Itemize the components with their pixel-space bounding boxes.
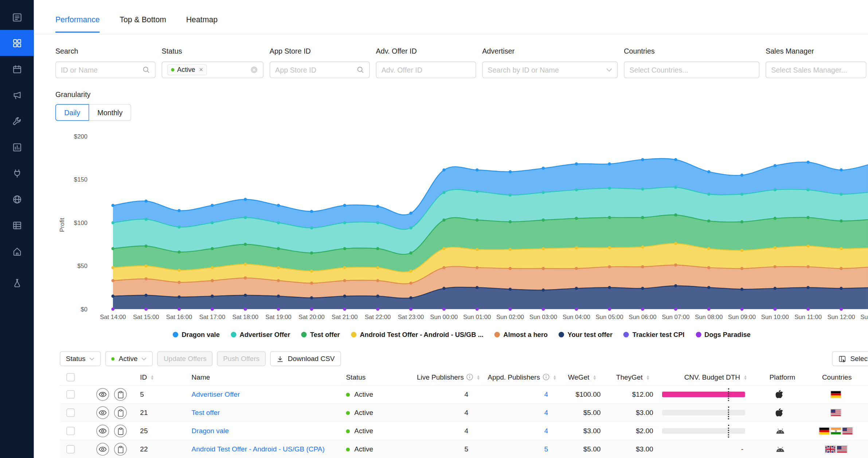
point-Test offer[interactable] [575, 217, 578, 220]
sort-icons[interactable]: ▲▼ [477, 374, 481, 380]
point-Your test offer[interactable] [144, 294, 148, 297]
offer-name-link[interactable]: Test offer [192, 409, 220, 416]
point-Almost a hero[interactable] [442, 266, 446, 269]
point-Your test offer[interactable] [177, 295, 181, 299]
point-Test offer[interactable] [707, 220, 711, 223]
point-Your test offer[interactable] [112, 295, 115, 298]
point-Dogs Paradise[interactable] [542, 307, 545, 311]
point-Almost a hero[interactable] [277, 279, 280, 282]
sidebar-item-tools[interactable] [0, 108, 34, 134]
preview-offer-button[interactable] [96, 388, 109, 401]
offer-name-link[interactable]: Advertiser Offer [192, 391, 240, 398]
point-Dragon vale[interactable] [509, 170, 512, 174]
point-Android Test Offer - Android - US/GB ...[interactable] [740, 249, 744, 252]
point-Almost a hero[interactable] [177, 281, 181, 284]
sidebar-item-home[interactable] [0, 238, 34, 264]
point-Advertiser Offer[interactable] [641, 187, 644, 191]
column-header[interactable]: Platform [770, 373, 795, 381]
point-Test offer[interactable] [740, 220, 744, 224]
point-Dogs Paradise[interactable] [177, 307, 181, 311]
copy-offer-button[interactable] [114, 388, 127, 401]
point-Dogs Paradise[interactable] [575, 307, 578, 311]
point-Dragon vale[interactable] [542, 167, 545, 170]
point-Dragon vale[interactable] [310, 210, 313, 213]
preview-offer-button[interactable] [96, 406, 109, 419]
row-checkbox[interactable] [66, 408, 75, 417]
point-Dragon vale[interactable] [277, 204, 280, 207]
point-Dragon vale[interactable] [707, 170, 711, 174]
point-Advertiser Offer[interactable] [608, 187, 611, 190]
point-Advertiser Offer[interactable] [740, 193, 744, 196]
point-Advertiser Offer[interactable] [707, 193, 711, 196]
point-Dragon vale[interactable] [112, 204, 115, 207]
point-Your test offer[interactable] [542, 288, 545, 292]
countries-input[interactable] [629, 66, 754, 74]
point-Android Test Offer - Android - US/GB ...[interactable] [674, 242, 677, 245]
point-Android Test Offer - Android - US/GB ...[interactable] [211, 266, 214, 269]
point-Dragon vale[interactable] [409, 211, 413, 215]
point-Your test offer[interactable] [376, 295, 379, 298]
point-Android Test Offer - Android - US/GB ...[interactable] [509, 248, 512, 251]
column-header[interactable]: TheyGet▲▼ [616, 373, 650, 381]
point-Your test offer[interactable] [674, 284, 677, 287]
point-Android Test Offer - Android - US/GB ...[interactable] [144, 264, 148, 268]
offer-name-link[interactable]: Android Test Offer - Android - US/GB (CP… [192, 445, 325, 453]
row-checkbox[interactable] [66, 445, 75, 454]
point-Test offer[interactable] [608, 216, 611, 219]
point-Dragon vale[interactable] [575, 162, 578, 166]
legend-item[interactable]: Dragon vale [173, 331, 220, 338]
point-Test offer[interactable] [641, 216, 644, 219]
column-header[interactable]: WeGet▲▼ [568, 373, 597, 381]
point-Advertiser Offer[interactable] [144, 218, 148, 221]
column-header[interactable]: Countries [822, 373, 852, 381]
point-Test offer[interactable] [177, 251, 181, 254]
point-Dogs Paradise[interactable] [343, 307, 347, 311]
column-header[interactable]: Appd. Publishers▲▼ [488, 373, 556, 381]
sort-icons[interactable]: ▲▼ [553, 374, 557, 380]
point-Dogs Paradise[interactable] [641, 307, 644, 311]
point-Advertiser Offer[interactable] [112, 221, 115, 224]
search-icon[interactable] [356, 66, 364, 74]
info-icon[interactable] [466, 373, 473, 381]
point-Dragon vale[interactable] [740, 174, 744, 177]
sales-manager-input[interactable] [771, 66, 861, 74]
point-Almost a hero[interactable] [774, 265, 777, 268]
header-checkbox[interactable] [66, 373, 75, 381]
point-Android Test Offer - Android - US/GB ...[interactable] [343, 266, 347, 269]
point-Almost a hero[interactable] [343, 279, 347, 282]
sidebar-item-data-tables[interactable] [0, 212, 34, 238]
info-icon[interactable] [466, 373, 473, 381]
point-Almost a hero[interactable] [144, 277, 148, 280]
point-Almost a hero[interactable] [740, 267, 744, 270]
appd-publishers-link[interactable]: 4 [488, 427, 548, 435]
point-Test offer[interactable] [244, 243, 247, 246]
column-header[interactable]: ID▲▼ [140, 373, 154, 381]
legend-item[interactable]: Dogs Paradise [696, 331, 751, 338]
point-Almost a hero[interactable] [310, 282, 313, 285]
point-Almost a hero[interactable] [409, 282, 413, 285]
tab-heatmap[interactable]: Heatmap [186, 15, 218, 24]
point-Android Test Offer - Android - US/GB ...[interactable] [575, 246, 578, 249]
point-Almost a hero[interactable] [674, 263, 677, 267]
point-Dogs Paradise[interactable] [840, 307, 843, 311]
point-Advertiser Offer[interactable] [774, 188, 777, 191]
preview-offer-button[interactable] [96, 424, 109, 437]
point-Almost a hero[interactable] [575, 267, 578, 270]
point-Dragon vale[interactable] [376, 205, 379, 208]
point-Dragon vale[interactable] [608, 162, 611, 166]
point-Test offer[interactable] [509, 220, 512, 224]
point-Your test offer[interactable] [740, 288, 744, 291]
point-Android Test Offer - Android - US/GB ...[interactable] [376, 266, 379, 269]
point-Dogs Paradise[interactable] [774, 307, 777, 311]
point-Test offer[interactable] [409, 251, 413, 255]
point-Test offer[interactable] [277, 247, 280, 251]
appd-publishers-link[interactable]: 5 [488, 445, 548, 453]
point-Dogs Paradise[interactable] [707, 307, 711, 311]
point-Dragon vale[interactable] [442, 168, 446, 172]
point-Android Test Offer - Android - US/GB ...[interactable] [542, 247, 545, 251]
point-Your test offer[interactable] [343, 295, 347, 298]
point-Android Test Offer - Android - US/GB ...[interactable] [177, 269, 181, 272]
column-header[interactable]: Live Publishers▲▼ [417, 373, 480, 381]
point-Dragon vale[interactable] [211, 204, 214, 207]
point-Your test offer[interactable] [641, 287, 644, 290]
